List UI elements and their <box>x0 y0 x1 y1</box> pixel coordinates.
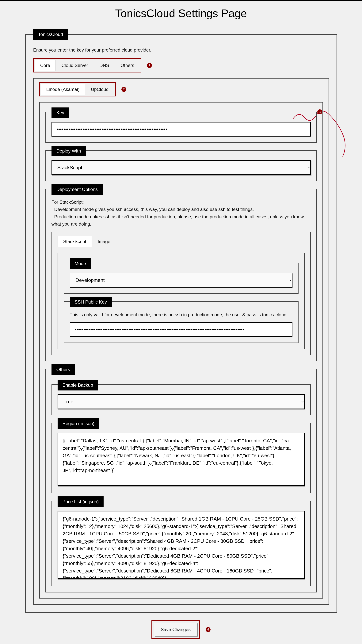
deployment-tabstrip: StackScript Image <box>57 236 305 247</box>
region-legend: Region (in json) <box>57 418 99 429</box>
key-legend: Key <box>51 108 69 118</box>
intro-text: Ensure you enter the key for your prefer… <box>33 47 329 53</box>
ssh-fieldset: SSH Public Key This is only valid for de… <box>64 301 299 343</box>
backup-select[interactable]: True <box>57 394 305 409</box>
price-legend: Price List (in json) <box>57 496 104 507</box>
save-button[interactable]: Save Changes <box>154 623 197 636</box>
annotation-4: 4 <box>206 627 211 632</box>
ssh-key-input[interactable] <box>70 322 293 337</box>
save-annotation-box: Save Changes <box>151 620 200 639</box>
others-fieldset: Others Enable Backup True Region (in jso… <box>45 369 317 592</box>
api-key-input[interactable] <box>51 122 311 136</box>
tab-dns[interactable]: DNS <box>94 60 115 71</box>
tab-cloud-server[interactable]: Cloud Server <box>56 60 94 71</box>
provider-tabstrip: Linode (Akamai) UpCloud <box>41 84 114 95</box>
top-border <box>0 0 362 1</box>
page-title: TonicsCloud Settings Page <box>0 7 362 20</box>
deploy-with-select[interactable]: StackScript <box>51 160 311 175</box>
stackscript-panel: Mode Development SSH Public Key This is … <box>57 253 305 349</box>
cloud-server-panel: Linode (Akamai) UpCloud 2 Key Deploy Wit… <box>33 78 329 605</box>
price-textarea[interactable]: {"g6-nanode-1":{"service_type":"Server",… <box>57 511 305 579</box>
tonicscloud-legend: TonicsCloud <box>33 29 68 40</box>
tab-upcloud[interactable]: UpCloud <box>85 84 114 95</box>
deploy-with-fieldset: Deploy With StackScript <box>45 150 317 181</box>
ssh-legend: SSH Public Key <box>70 297 112 307</box>
tab-others[interactable]: Others <box>115 60 140 71</box>
key-fieldset: Key <box>45 112 317 143</box>
deployment-options-legend: Deployment Options <box>51 184 103 195</box>
region-fieldset: Region (in json) [{"label":"Dallas, TX",… <box>51 423 311 493</box>
main-tabs-annotation-box: Core Cloud Server DNS Others <box>33 58 141 72</box>
mode-fieldset: Mode Development <box>64 263 299 294</box>
ssh-note: This is only valid for development mode,… <box>70 311 293 318</box>
backup-fieldset: Enable Backup True <box>51 384 311 415</box>
deployment-info: For StackScript: - Development mode give… <box>51 198 311 228</box>
mode-legend: Mode <box>70 258 91 269</box>
mode-select[interactable]: Development <box>70 273 293 288</box>
others-legend: Others <box>51 364 75 375</box>
tab-stackscript[interactable]: StackScript <box>57 236 92 247</box>
tonicscloud-fieldset: TonicsCloud Ensure you enter the key for… <box>25 29 337 612</box>
region-textarea[interactable]: [{"label":"Dallas, TX","id":"us-central"… <box>57 433 305 486</box>
backup-legend: Enable Backup <box>57 380 98 390</box>
main-tabstrip: Core Cloud Server DNS Others <box>34 60 140 71</box>
annotation-1: 1 <box>147 63 152 68</box>
provider-panel: Key Deploy With StackScript Deployment O… <box>39 102 323 598</box>
deployment-nested-panel: StackScript Image Mode Development <box>51 232 311 355</box>
deployment-options-fieldset: Deployment Options For StackScript: - De… <box>45 189 317 361</box>
tab-linode[interactable]: Linode (Akamai) <box>41 84 85 95</box>
annotation-2: 2 <box>121 87 126 92</box>
provider-tabs-annotation-box: Linode (Akamai) UpCloud <box>39 82 116 96</box>
tab-image[interactable]: Image <box>92 236 116 247</box>
tab-core[interactable]: Core <box>34 60 56 71</box>
price-fieldset: Price List (in json) {"g6-nanode-1":{"se… <box>51 501 311 586</box>
deploy-with-legend: Deploy With <box>51 146 86 156</box>
